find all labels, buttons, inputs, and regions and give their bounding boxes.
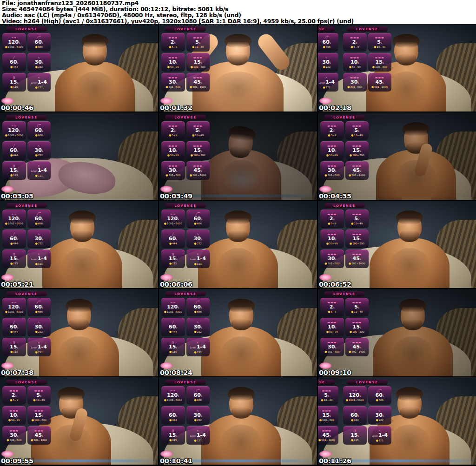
tip-duration-value: 60s	[194, 216, 202, 222]
tip-tile: ▬▬▬5s●10~49	[186, 33, 210, 52]
tip-duration-value: 30s	[194, 236, 202, 242]
tip-tile: ╱60s●444	[343, 406, 367, 425]
seconds-unit-label: s	[335, 237, 336, 241]
tip-duration-value: 120s	[167, 393, 179, 398]
timestamp: 00:10:41	[160, 457, 192, 465]
person-silhouette	[363, 212, 456, 288]
person-head	[229, 388, 253, 418]
seconds-unit-label: s	[199, 129, 200, 132]
token-coin-icon: ●	[10, 350, 13, 353]
timestamp: 00:09:10	[319, 369, 351, 376]
tip-tile: ▬▬▬15s●100~300	[345, 230, 369, 248]
seconds-unit-label: s	[360, 346, 361, 349]
site-watermark-icon	[319, 98, 331, 104]
tip-tile: ▬▬▬30s●301~500	[320, 249, 344, 268]
wave-random-icon: ×	[197, 341, 199, 344]
token-coin-icon: ●	[192, 133, 194, 137]
seconds-unit-label: s	[40, 394, 41, 397]
tip-duration-value: 2s	[330, 128, 335, 133]
tip-tile: ▬▬▬30s●301~500	[320, 338, 344, 356]
tip-token-range: ●115	[169, 350, 177, 353]
token-coin-icon: ●	[32, 418, 34, 421]
token-coin-icon: ●	[33, 398, 35, 401]
tip-duration-value: 15s	[350, 433, 359, 438]
token-coin-icon: ●	[165, 173, 168, 177]
wave-random-icon: ×	[197, 253, 199, 256]
tip-token-range: ●301~500	[324, 174, 339, 177]
tip-level-prefix: Level	[31, 81, 37, 84]
tip-token-range: ●501~1000	[349, 262, 365, 265]
tip-token-range: ●501~1000	[349, 350, 365, 353]
tip-tile: ∿30s●222	[27, 318, 51, 336]
token-coin-icon: ●	[10, 398, 12, 401]
token-coin-icon: ●	[190, 85, 192, 88]
wave-random-icon: ×	[38, 76, 40, 79]
token-coin-icon: ●	[194, 398, 196, 401]
lovense-brand-label: LOVENSE	[165, 203, 206, 208]
token-coin-icon: ●	[349, 350, 351, 353]
lovense-brand-label: LOVENSE	[6, 380, 47, 385]
tip-tile: ×Level1-4●111	[186, 426, 210, 445]
token-coin-icon: ●	[35, 153, 37, 157]
lovense-brand-label: LOVENSE	[6, 115, 47, 120]
tip-tile-grid: ▬▬▬2s●5~9▬▬▬5s●10~49▬▬▬10s●50~99▬▬▬15s●1…	[161, 121, 210, 180]
lovense-brand-label: LOVENSE	[6, 203, 47, 208]
seconds-unit-label: s	[17, 61, 18, 64]
tip-tile: ▬▬▬2s●5~9	[161, 121, 185, 140]
tip-tile: ▬▬▬10s●50~99	[161, 53, 185, 72]
wave-random-icon: ×	[38, 253, 40, 256]
tip-menu-overlay: LOVENSE≈≈120s●1001~5000╱▔60s●666╱60s●444…	[161, 380, 210, 445]
lovense-tip-menu-panel: LOVENSE≈≈120s●1001~5000╱▔60s●666╱60s●444…	[318, 26, 338, 92]
lovense-brand-label: LOVENSE	[165, 380, 206, 385]
tip-tile: ▬▬▬5s●10~49	[345, 298, 369, 316]
seconds-unit-label: s	[15, 394, 17, 397]
tip-tile: ▬▬▬5s●10~49	[345, 210, 369, 228]
tip-token-range: ●444	[10, 242, 18, 245]
token-coin-icon: ●	[318, 438, 321, 441]
tip-tile: ╱▔60s●666	[27, 121, 51, 140]
tip-duration-value: 2s	[330, 216, 335, 222]
tip-menu-overlay: LOVENSE≈≈120s●1001~5000╱▔60s●666╱60s●444…	[2, 203, 51, 268]
tip-duration-value: 120s	[8, 216, 20, 222]
token-coin-icon: ●	[349, 65, 351, 68]
token-coin-icon: ●	[31, 438, 33, 441]
tip-token-range: ●50~99	[326, 330, 338, 333]
tip-menu-overlay: LOVENSE≈≈120s●1001~5000╱▔60s●666╱60s●444…	[318, 26, 391, 92]
tip-tile: ∿30s●222	[186, 406, 210, 425]
token-coin-icon: ●	[194, 418, 196, 421]
seconds-unit-label: s	[19, 306, 20, 309]
seconds-unit-label: s	[176, 237, 177, 241]
tip-token-range: ●50~99	[8, 419, 20, 421]
token-coin-icon: ●	[35, 45, 37, 48]
token-coin-icon: ●	[5, 222, 7, 225]
tip-tile-grid: ▬▬▬2s●5~9▬▬▬5s●10~49▬▬▬10s●50~99▬▬▬15s●1…	[320, 210, 369, 268]
token-coin-icon: ●	[35, 222, 37, 225]
tip-tile: ╱▔60s●666	[368, 386, 392, 405]
tip-tile: ∏15s●115	[2, 338, 26, 356]
tip-token-range: ●100~300	[191, 66, 205, 68]
tip-token-range: ●1001~5000	[5, 222, 23, 225]
tip-tile: ▬▬▬2s●5~9	[320, 121, 344, 140]
tip-duration-value: 60s	[194, 393, 202, 398]
tip-tile: ╱60s●444	[2, 53, 26, 72]
lovense-tip-menu-panel: LOVENSE≈≈120s●1001~5000╱▔60s●666╱60s●444…	[161, 380, 210, 445]
lovense-tip-menu-panel: LOVENSE▬▬▬2s●5~9▬▬▬5s●10~49▬▬▬10s●50~99▬…	[320, 115, 369, 180]
tip-tile: ╱60s●444	[161, 406, 185, 425]
tip-duration-value: 5s	[195, 128, 200, 133]
person-head	[397, 212, 422, 242]
tip-duration-value: 30s	[194, 324, 202, 330]
tip-duration-value: Level1-4	[190, 256, 206, 262]
token-coin-icon: ●	[194, 330, 196, 333]
tip-tile: ▬▬▬10s●50~99	[161, 141, 185, 160]
person-torso	[198, 238, 278, 288]
wave-random-icon: ×	[378, 429, 381, 432]
token-coin-icon: ●	[164, 398, 166, 401]
thumbnail-grid: LOVENSE≈≈120s●1001~5000╱▔60s●666╱60s●444…	[0, 24, 476, 465]
tip-token-range: ●115	[10, 85, 18, 88]
tip-tile: ≈≈120s●1001~5000	[2, 121, 26, 140]
tip-token-range: ●115	[351, 439, 359, 441]
tip-duration-value: 45s	[194, 168, 202, 173]
tip-tile: ∏15s●115	[161, 338, 185, 356]
seconds-unit-label: s	[199, 41, 200, 44]
tip-tile: ▬▬▬30s●301~500	[2, 426, 26, 445]
